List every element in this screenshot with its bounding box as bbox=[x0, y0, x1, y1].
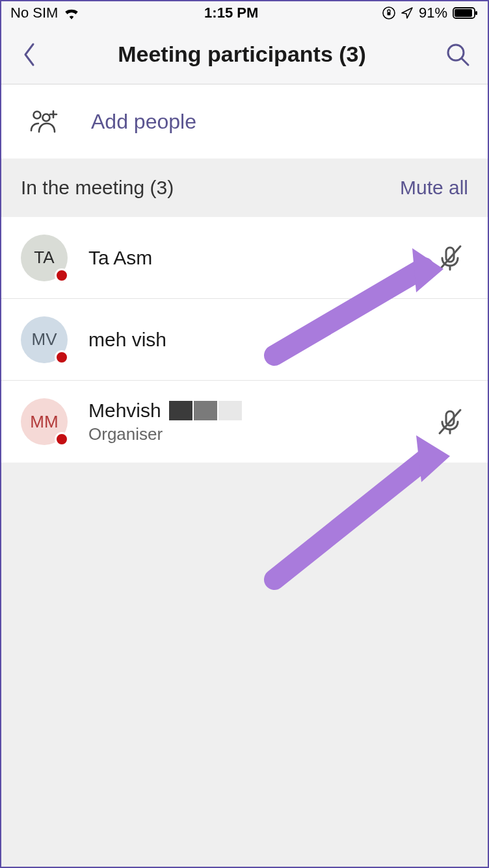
participant-info: MehvishOrganiser bbox=[88, 400, 432, 444]
presence-busy-icon bbox=[55, 432, 69, 446]
mic-muted-icon[interactable] bbox=[432, 240, 468, 276]
header: Meeting participants (3) bbox=[1, 25, 488, 84]
location-icon bbox=[401, 6, 414, 19]
avatar: TA bbox=[21, 235, 68, 281]
svg-rect-3 bbox=[455, 9, 472, 17]
add-people-label: Add people bbox=[91, 110, 196, 134]
search-button[interactable] bbox=[442, 39, 473, 70]
back-button[interactable] bbox=[16, 42, 42, 68]
presence-busy-icon bbox=[55, 268, 69, 283]
participant-role: Organiser bbox=[88, 424, 432, 444]
carrier-text: No SIM bbox=[10, 5, 58, 21]
presence-busy-icon bbox=[55, 350, 69, 364]
add-people-button[interactable]: Add people bbox=[1, 84, 488, 159]
participants-list: TATa Asm MVmeh vishMMMehvishOrganiser bbox=[1, 217, 488, 463]
svg-point-8 bbox=[43, 114, 50, 121]
svg-rect-4 bbox=[475, 11, 477, 15]
avatar: MM bbox=[21, 398, 68, 445]
participant-name: Mehvish bbox=[88, 400, 432, 422]
empty-area bbox=[1, 463, 488, 867]
avatar: MV bbox=[21, 316, 68, 363]
mic-muted-icon[interactable] bbox=[432, 403, 468, 440]
svg-line-6 bbox=[462, 58, 468, 65]
status-bar: No SIM 1:15 PM 91% bbox=[1, 1, 488, 25]
section-header: In the meeting (3) Mute all bbox=[1, 159, 488, 217]
participant-row[interactable]: MMMehvishOrganiser bbox=[1, 381, 488, 463]
participant-name: meh vish bbox=[88, 329, 468, 351]
section-title: In the meeting (3) bbox=[21, 177, 174, 199]
participant-name: Ta Asm bbox=[88, 247, 432, 269]
participant-row[interactable]: MVmeh vish bbox=[1, 299, 488, 381]
redacted-text bbox=[169, 401, 242, 420]
wifi-icon bbox=[63, 6, 80, 19]
participant-row[interactable]: TATa Asm bbox=[1, 217, 488, 299]
page-title: Meeting participants (3) bbox=[42, 42, 442, 67]
add-people-icon bbox=[30, 106, 61, 137]
mute-all-button[interactable]: Mute all bbox=[400, 177, 468, 199]
clock-text: 1:15 PM bbox=[204, 5, 258, 21]
participant-info: Ta Asm bbox=[88, 247, 432, 269]
battery-icon bbox=[453, 6, 479, 19]
battery-percent-text: 91% bbox=[419, 5, 447, 21]
svg-point-7 bbox=[34, 112, 41, 119]
svg-rect-1 bbox=[387, 12, 390, 16]
rotation-lock-icon bbox=[382, 6, 395, 19]
participant-info: meh vish bbox=[88, 329, 468, 351]
